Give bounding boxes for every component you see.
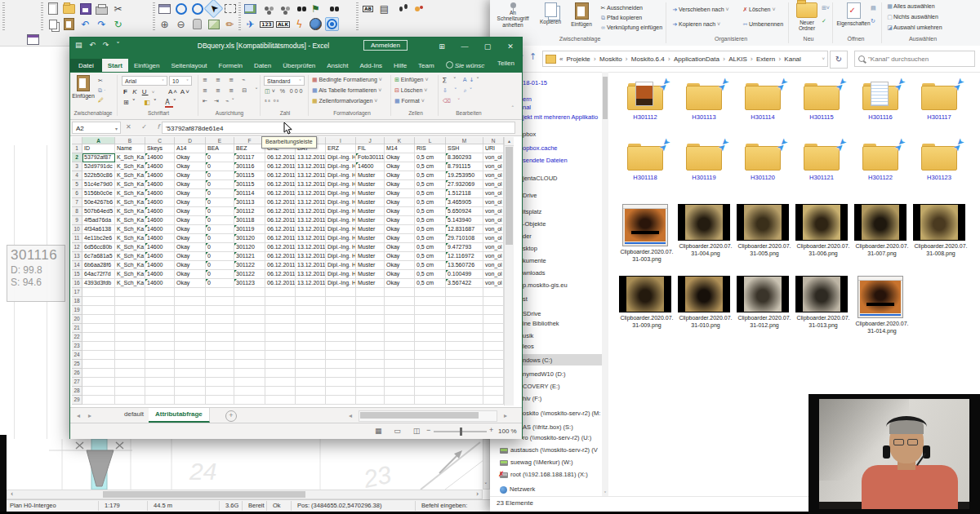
cell[interactable]: 522b50c86 xyxy=(82,171,115,180)
cell[interactable]: Muster xyxy=(356,198,385,207)
cell[interactable] xyxy=(115,297,145,306)
row-header[interactable]: 27 xyxy=(72,378,82,387)
nav-scrollbar[interactable]: ˅ xyxy=(602,72,608,496)
nav-back-icon[interactable] xyxy=(174,2,188,16)
cell[interactable] xyxy=(82,288,115,297)
cell[interactable]: 13.12.2011 xyxy=(296,279,326,288)
cell[interactable] xyxy=(82,351,115,360)
cell[interactable]: 0,5 cm xyxy=(415,180,446,189)
search-box[interactable]: "Kanal" durchsuchen xyxy=(854,51,975,67)
cell[interactable]: Okay xyxy=(175,216,206,225)
cell[interactable] xyxy=(326,378,356,387)
tab-start[interactable]: Start xyxy=(102,59,128,72)
row-header[interactable]: 25 xyxy=(72,360,82,369)
zoom-in-button[interactable]: + xyxy=(489,426,493,434)
cut-button[interactable]: ✂ xyxy=(98,78,103,84)
cell[interactable] xyxy=(356,315,385,324)
cell[interactable]: Okay xyxy=(175,153,206,162)
cell[interactable] xyxy=(356,306,385,315)
cell[interactable]: Dipl.-Ing. H xyxy=(326,198,356,207)
breadcrumb-segment[interactable]: Moskito.6.4 xyxy=(631,55,665,63)
row-header[interactable]: 23 xyxy=(72,342,82,351)
cell[interactable]: von_ol xyxy=(483,216,504,225)
cell[interactable] xyxy=(326,396,356,405)
tab-ansicht[interactable]: Ansicht xyxy=(321,59,354,72)
breadcrumb-segment[interactable]: Kanal xyxy=(784,55,800,63)
cell[interactable] xyxy=(206,396,234,405)
cell[interactable] xyxy=(175,351,206,360)
scrollbar-thumb[interactable] xyxy=(603,77,608,119)
cell[interactable]: M14 xyxy=(385,144,415,153)
new-file-icon[interactable] xyxy=(46,2,60,16)
cell[interactable]: Muster xyxy=(356,234,385,243)
sidebar-item[interactable]: root (\\192.168.188.181) (X:) xyxy=(500,469,588,480)
excel-vertical-scrollbar[interactable]: ▴ xyxy=(504,137,514,405)
cell[interactable] xyxy=(446,369,483,378)
cell[interactable] xyxy=(145,306,175,315)
cell[interactable] xyxy=(483,369,504,378)
cell[interactable] xyxy=(385,324,415,333)
cell[interactable] xyxy=(415,315,446,324)
cell[interactable] xyxy=(115,306,145,315)
cell[interactable] xyxy=(265,351,296,360)
sidebar-item[interactable]: leos xyxy=(523,341,534,352)
cell[interactable] xyxy=(415,369,446,378)
cell[interactable]: 301122 xyxy=(234,261,265,270)
cell[interactable] xyxy=(115,396,145,405)
cell[interactable] xyxy=(265,324,296,333)
sidebar-item[interactable]: opbox.cache xyxy=(523,143,558,153)
cell[interactable] xyxy=(145,351,175,360)
cell[interactable]: 14600 xyxy=(145,261,175,270)
cell[interactable]: 301115 xyxy=(234,171,265,180)
cell[interactable] xyxy=(483,324,504,333)
cell[interactable]: K_Sch_Ka xyxy=(115,234,145,243)
cell[interactable] xyxy=(415,360,446,369)
cell[interactable]: 14600 xyxy=(145,234,175,243)
cell[interactable] xyxy=(356,360,385,369)
cell[interactable]: Muster xyxy=(356,189,385,198)
cell[interactable] xyxy=(296,333,326,342)
sheet-tab-attributabfrage[interactable]: Attributabfrage xyxy=(149,408,210,423)
delete-button[interactable]: ✗Löschen ˅ xyxy=(742,7,776,13)
font-name-select[interactable]: Arial˅ xyxy=(122,76,167,86)
cell[interactable] xyxy=(145,333,175,342)
cell[interactable]: Okay xyxy=(385,180,415,189)
copy-button[interactable]: Kopieren xyxy=(536,2,565,24)
minimize-button[interactable]: — xyxy=(453,38,476,56)
cell[interactable] xyxy=(175,306,206,315)
cell[interactable] xyxy=(385,369,415,378)
column-header[interactable]: E xyxy=(206,137,234,144)
cell[interactable] xyxy=(296,315,326,324)
autosum-button[interactable]: ∑ ˅ A↓˅ xyxy=(443,77,482,83)
cell[interactable] xyxy=(82,342,115,351)
cell[interactable]: 0,5 cm xyxy=(415,279,446,288)
breadcrumb-segment[interactable]: ApplicationData xyxy=(674,55,719,63)
cut-button[interactable]: ✂Ausschneiden xyxy=(599,5,643,11)
cell[interactable] xyxy=(385,396,415,405)
cell[interactable] xyxy=(145,324,175,333)
cell[interactable]: K_Sch_Ka xyxy=(115,270,145,279)
cell[interactable] xyxy=(415,306,446,315)
column-header[interactable]: M xyxy=(446,137,483,144)
cell[interactable] xyxy=(446,288,483,297)
cell[interactable]: 4f5ad76da xyxy=(82,216,115,225)
cell[interactable] xyxy=(82,360,115,369)
cell[interactable]: 3.567422 xyxy=(446,279,483,288)
cell[interactable] xyxy=(385,360,415,369)
cell[interactable]: 0,5 cm xyxy=(415,162,446,171)
cell[interactable]: Dipl.-Ing. H xyxy=(326,153,356,162)
cell[interactable]: 13.12.2011 xyxy=(296,216,326,225)
cell[interactable] xyxy=(234,369,265,378)
cell[interactable]: 301120 xyxy=(234,234,265,243)
cell[interactable] xyxy=(446,306,483,315)
cell[interactable]: Muster xyxy=(356,252,385,261)
sign-in-button[interactable]: Anmelden xyxy=(363,40,408,51)
sheet-nav-left-icon[interactable]: ◂ xyxy=(77,412,80,419)
cell[interactable]: Okay xyxy=(175,261,206,270)
cell[interactable]: 13.560726 xyxy=(446,261,483,270)
cell[interactable]: 6b6aa28f6 xyxy=(82,261,115,270)
cell[interactable] xyxy=(446,315,483,324)
plane-icon[interactable]: ✈ xyxy=(243,17,257,31)
up-button[interactable]: ↑ xyxy=(529,51,537,62)
cell[interactable]: K_Sch_Ka xyxy=(115,279,145,288)
